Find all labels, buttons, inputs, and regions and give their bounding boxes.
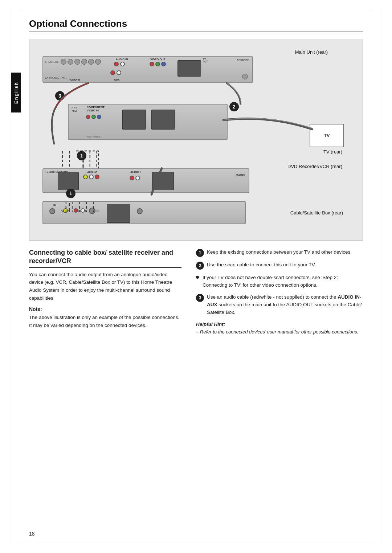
step-1-top-overlay: 1	[77, 151, 86, 160]
language-tab-label: English	[13, 82, 19, 104]
step-2-item: 2 Use the scart cable to connect this un…	[196, 261, 363, 270]
bottom-section: Connecting to cable box/ satellite recei…	[29, 249, 363, 336]
step-2-text: Use the scart cable to connect this unit…	[207, 261, 316, 269]
page-border-right	[381, 11, 381, 542]
tv-device-label: TV	[324, 133, 330, 138]
bullet-item: If your TV does not have double-scart co…	[196, 274, 363, 289]
tv-rear-label: TV (rear)	[323, 149, 342, 155]
page-number: 18	[29, 531, 35, 537]
step-1-item: 1 Keep the existing connections between …	[196, 249, 363, 257]
diagram-area: Main Unit (rear) SPEAKERS AUDIO IN	[29, 39, 363, 241]
language-tab: English	[11, 73, 21, 112]
step-1-text: Keep the existing connections between yo…	[207, 249, 352, 256]
bullet-dot	[196, 276, 199, 279]
main-unit-device: SPEAKERS AUDIO IN VIDEO OUT	[42, 56, 253, 83]
tv-device: TV	[310, 124, 344, 147]
bullet-text: If your TV does not have double-scart co…	[203, 274, 363, 289]
step-3-overlay: 3	[55, 91, 65, 101]
diagram-inner: Main Unit (rear) SPEAKERS AUDIO IN	[35, 46, 357, 234]
main-unit-label: Main Unit (rear)	[295, 49, 328, 55]
dvd-rear-label: DVD Recorder/VCR (rear)	[287, 164, 342, 169]
step-3-text: Use an audio cable (red/white - not supp…	[207, 294, 363, 316]
helpful-hint-text: – Refer to the connected devices’ user m…	[196, 328, 363, 336]
step-2-overlay: 2	[229, 102, 239, 111]
step-2-number: 2	[196, 262, 204, 270]
left-column: Connecting to cable box/ satellite recei…	[29, 249, 181, 336]
step-1-bottom-overlay: 1	[66, 189, 75, 198]
right-column: 1 Keep the existing connections between …	[196, 249, 363, 336]
page-border-bottom	[22, 542, 370, 542]
note-text: The above illustration is only an exampl…	[29, 314, 181, 329]
ext-panel: ANT75Ω COMPONENTVIDEO IN Pr/Cr Pb/Cb EXT…	[68, 104, 228, 140]
page-content: Optional Connections Main Unit (rear) SP…	[29, 18, 363, 336]
step-3-number: 3	[196, 294, 204, 302]
note-label: Note:	[29, 306, 181, 312]
steps-list: 1 Keep the existing connections between …	[196, 249, 363, 316]
cable-box-label: Cable/Satellite Box (rear)	[290, 210, 343, 216]
section-heading: Connecting to cable box/ satellite recei…	[29, 249, 181, 268]
page-title: Optional Connections	[29, 18, 363, 32]
step-3-item: 3 Use an audio cable (red/white - not su…	[196, 294, 363, 316]
helpful-hint-label: Helpful Hint:	[196, 321, 363, 327]
step-1-number: 1	[196, 249, 204, 257]
section-body: You can connect the audio output from an…	[29, 271, 181, 302]
cable-box-panel: IN OUT RF VIDEO R AUDIO L S-VIDEO	[42, 201, 246, 224]
page-border-top	[22, 11, 370, 11]
